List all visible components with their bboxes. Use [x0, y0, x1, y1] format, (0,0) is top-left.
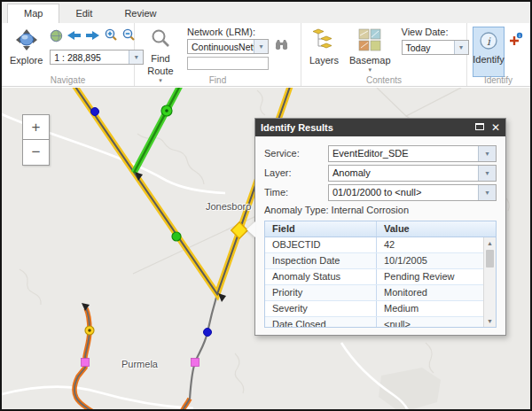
ribbon: Explore [2, 23, 530, 87]
place-label-jonesboro: Jonesboro [206, 201, 251, 212]
layers-label: Layers [309, 55, 339, 66]
identified-anomaly-diamond[interactable] [231, 222, 247, 238]
group-navigate: Explore [2, 23, 135, 86]
layers-button[interactable]: Layers [307, 27, 341, 67]
app-window: Map Edit Review Explore [0, 0, 532, 411]
view-date-dropdown-arrow[interactable]: ▾ [454, 41, 468, 54]
gray-road[interactable] [190, 294, 217, 399]
tab-map[interactable]: Map [7, 4, 59, 23]
previous-extent-icon[interactable] [66, 29, 82, 45]
cell-value: 10/1/2005 [377, 253, 483, 268]
ribbon-tabbar: Map Edit Review [2, 2, 530, 23]
column-header-spacer [483, 221, 496, 237]
route-direction-arrows [82, 172, 226, 311]
layer-combobox[interactable]: Anomaly ▾ [328, 165, 497, 182]
dialog-callout-pointer [246, 221, 255, 237]
table-row[interactable]: Inspection Date 10/1/2005 [265, 253, 483, 269]
cell-field: Anomaly Status [265, 269, 377, 284]
time-label: Time: [264, 187, 328, 198]
cell-field: OBJECTID [265, 237, 377, 252]
map-zoom-in-button[interactable]: + [22, 114, 50, 140]
layers-tree-icon [312, 28, 337, 53]
zoom-out-icon[interactable] [121, 28, 136, 46]
marker-blue-point-1[interactable] [91, 108, 99, 116]
group-find: Find Route ▾ Network (LRM): ContinuousNe… [135, 23, 301, 86]
binoculars-icon[interactable] [274, 38, 289, 54]
service-label: Service: [264, 148, 328, 159]
anomaly-type-text: Anomaly Type: Internal Corrosion [264, 202, 497, 217]
scrollbar-up-arrow[interactable]: ▲ [484, 237, 496, 249]
time-combobox[interactable]: 01/01/2000 to <null> ▾ [328, 184, 497, 201]
basemap-tiles-icon [358, 28, 381, 53]
map-viewport[interactable]: + − Jonesboro Purmela Identify Results ✕… [2, 88, 530, 409]
group-label-find: Find [135, 75, 301, 85]
table-rows: OBJECTID 42 Inspection Date 10/1/2005 An… [265, 237, 483, 327]
tab-review[interactable]: Review [108, 4, 172, 23]
basemap-town-area [379, 368, 441, 409]
cell-value: 42 [377, 237, 483, 252]
dialog-close-button[interactable]: ✕ [491, 123, 500, 132]
marker-pink-square-1[interactable] [82, 359, 90, 367]
selected-segment-green[interactable] [134, 88, 181, 173]
map-scale-combobox[interactable]: 1 : 288,895 ▾ [50, 50, 144, 65]
basemap-dropdown-caret: ▾ [369, 67, 372, 73]
svg-text:i: i [519, 33, 520, 38]
marker-green-circle[interactable] [161, 105, 172, 116]
table-row[interactable]: Severity Medium [265, 301, 483, 317]
cell-field: Severity [265, 301, 377, 316]
attributes-table: Field Value OBJECTID 42 Inspection Date [264, 221, 497, 328]
table-row[interactable]: Date Closed <null> [265, 317, 483, 327]
cell-value: Pending Review [377, 269, 483, 284]
explore-button[interactable]: Explore [7, 27, 45, 67]
time-dropdown-arrow[interactable]: ▾ [478, 185, 496, 200]
place-label-purmela: Purmela [121, 359, 158, 369]
cell-field: Inspection Date [265, 253, 377, 268]
column-header-field: Field [265, 221, 377, 237]
network-lrm-label: Network (LRM): [187, 27, 289, 37]
find-route-label-1: Find [151, 53, 169, 64]
basemap-button[interactable]: Basemap ▾ [347, 27, 393, 74]
identify-button[interactable]: i Identify [473, 27, 505, 77]
layer-value: Anomaly [329, 166, 478, 181]
group-label-identify: Identify [467, 75, 529, 85]
marker-blue-point-2[interactable] [204, 329, 212, 337]
table-scrollbar[interactable]: ▲ ▼ [483, 237, 496, 327]
maximize-icon [475, 123, 484, 130]
find-route-magnifier-icon [150, 28, 171, 51]
network-dropdown-arrow[interactable]: ▾ [254, 40, 268, 53]
view-date-combobox[interactable]: Today ▾ [402, 40, 469, 55]
layer-label: Layer: [264, 167, 328, 178]
compass-explore-icon [15, 28, 38, 53]
identify-route-location-icon[interactable]: i [508, 32, 523, 50]
map-zoom-control: + − [22, 114, 50, 166]
scrollbar-thumb[interactable] [486, 250, 494, 268]
table-row[interactable]: Priority Monitored [265, 285, 483, 301]
table-row[interactable]: Anomaly Status Pending Review [265, 269, 483, 285]
service-dropdown-arrow[interactable]: ▾ [478, 146, 496, 161]
marker-yellow-ring[interactable] [85, 326, 94, 335]
route-input[interactable] [187, 57, 269, 70]
group-identify: i Identify i Identify [467, 23, 529, 86]
dialog-maximize-button[interactable] [475, 123, 484, 132]
zoom-in-icon[interactable] [104, 28, 118, 46]
marker-pink-square-2[interactable] [192, 359, 200, 367]
group-label-navigate: Navigate [2, 75, 134, 85]
scrollbar-down-arrow[interactable]: ▼ [484, 315, 496, 327]
table-row[interactable]: OBJECTID 42 [265, 237, 483, 253]
info-circle-icon: i [479, 31, 498, 52]
cell-field: Date Closed [265, 317, 377, 327]
marker-green-point[interactable] [172, 232, 181, 241]
next-extent-icon[interactable] [85, 29, 100, 45]
map-scale-value: 1 : 288,895 [51, 50, 129, 64]
full-extent-globe-icon[interactable] [50, 29, 63, 46]
tab-edit[interactable]: Edit [59, 4, 108, 23]
map-zoom-out-button[interactable]: − [22, 140, 50, 166]
dialog-body: Service: EventEditor_SDE ▾ Layer: Anomal… [255, 136, 505, 328]
network-lrm-combobox[interactable]: ContinuousNetwork ▾ [187, 39, 269, 54]
dialog-titlebar[interactable]: Identify Results ✕ [255, 119, 505, 136]
time-value: 01/01/2000 to <null> [329, 185, 478, 200]
identify-results-dialog: Identify Results ✕ Service: EventEditor_… [254, 118, 506, 336]
cell-value: <null> [377, 317, 483, 327]
layer-dropdown-arrow[interactable]: ▾ [478, 166, 496, 181]
service-combobox[interactable]: EventEditor_SDE ▾ [328, 145, 497, 162]
